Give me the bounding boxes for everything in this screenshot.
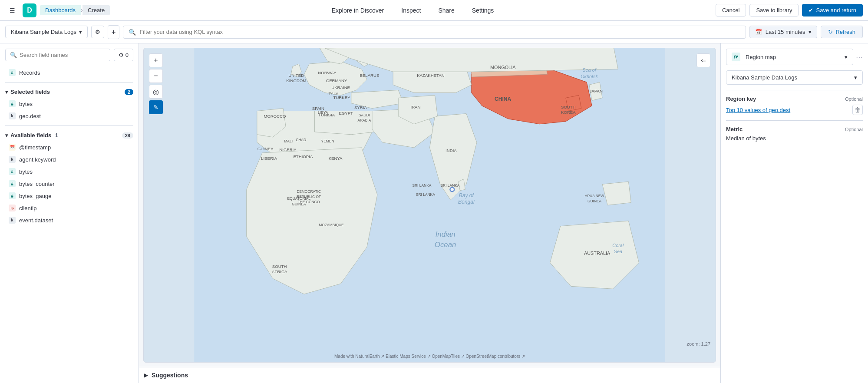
records-field[interactable]: # Records [5, 66, 133, 79]
clientip-type-badge: ip [9, 205, 16, 211]
svg-text:DEMOCRATIC: DEMOCRATIC [297, 189, 321, 194]
zoom-out-button[interactable]: − [149, 69, 163, 83]
svg-text:KAZAKHSTAN: KAZAKHSTAN [417, 73, 445, 78]
svg-text:Bay of: Bay of [459, 192, 475, 198]
settings-link[interactable]: Settings [469, 5, 498, 16]
suggestions-bar[interactable]: ▶ Suggestions [139, 367, 720, 383]
chevron-down-icon: ▾ [809, 29, 812, 35]
save-and-return-button[interactable]: ✔ Save and return [802, 4, 863, 17]
svg-text:Okhotsk: Okhotsk [581, 74, 598, 79]
metric-optional: Optional [845, 127, 863, 132]
suggestions-chevron-icon: ▶ [144, 372, 148, 378]
zoom-in-button[interactable]: + [149, 53, 163, 67]
agent-keyword-type-badge: k [9, 156, 16, 163]
svg-text:MOROCCO: MOROCCO [264, 114, 286, 119]
available-field-timestamp[interactable]: 📅 @timestamp [5, 141, 133, 153]
datasource-selector[interactable]: Kibana Sample Data Logs ▾ [726, 70, 863, 85]
map-controls: + − ◎ [149, 53, 163, 99]
selected-field-geodest[interactable]: k geo.dest [5, 110, 133, 122]
map-wrapper[interactable]: Indian Ocean Bay of Bengal Coral Sea Sea… [143, 48, 716, 363]
search-row: 🔍 ⚙ 0 [5, 49, 133, 61]
available-field-clientip[interactable]: ip clientip [5, 202, 133, 214]
selected-fields-header[interactable]: ▾ Selected fields 2 [5, 86, 133, 98]
svg-text:Coral: Coral [612, 243, 624, 248]
map-back-button[interactable]: ⇐ [696, 53, 710, 67]
kql-filter-input[interactable] [139, 29, 740, 35]
bytes-type-badge: # [9, 100, 16, 107]
region-key-delete-button[interactable]: 🗑 [852, 105, 863, 115]
chevron-down-icon: ▾ [5, 132, 8, 139]
share-link[interactable]: Share [435, 5, 458, 16]
svg-text:MONGOLIA: MONGOLIA [490, 65, 516, 70]
field-filter-button[interactable]: ⚙ 0 [114, 49, 133, 61]
svg-text:SOUTH: SOUTH [272, 264, 287, 269]
filter-icon: ⚙ [119, 52, 124, 58]
svg-text:EGYPT: EGYPT [339, 111, 353, 116]
selected-field-bytes[interactable]: # bytes [5, 98, 133, 110]
locate-button[interactable]: ◎ [149, 85, 163, 99]
region-key-optional: Optional [845, 96, 863, 102]
geodest-field-label: geo.dest [19, 113, 41, 119]
refresh-button[interactable]: ↻ Refresh [821, 26, 863, 38]
cancel-button[interactable]: Cancel [716, 4, 746, 17]
map-svg: Indian Ocean Bay of Bengal Coral Sea Sea… [144, 48, 716, 362]
available-field-bytes[interactable]: # bytes [5, 165, 133, 178]
refresh-label: Refresh [835, 29, 855, 35]
bytes-counter-field-label: bytes_counter [19, 181, 55, 187]
svg-text:UKRAINE: UKRAINE [331, 85, 350, 90]
svg-text:KENYA: KENYA [329, 156, 343, 161]
viz-type-icon: 🗺 [732, 53, 740, 61]
time-picker[interactable]: 📅 Last 15 minutes ▾ [749, 26, 818, 38]
svg-text:MOZAMBIQUE: MOZAMBIQUE [319, 223, 344, 227]
svg-text:ITALY: ITALY [327, 91, 339, 96]
available-field-agent-keyword[interactable]: k agent.keyword [5, 153, 133, 165]
svg-text:UNITED: UNITED [288, 73, 304, 78]
edit-map-button[interactable]: ✎ [149, 100, 163, 114]
field-search-input[interactable] [20, 52, 106, 58]
available-field-event-dataset[interactable]: k event.dataset [5, 214, 133, 226]
timestamp-type-badge: 📅 [9, 144, 16, 151]
metric-value-row: Median of bytes [726, 135, 863, 142]
bytes-counter-type-badge: # [9, 180, 16, 187]
explore-in-discover-link[interactable]: Explore in Discover [328, 5, 388, 16]
available-field-bytes-gauge[interactable]: # bytes_gauge [5, 190, 133, 202]
field-search-wrapper[interactable]: 🔍 [5, 49, 110, 61]
svg-text:CHINA: CHINA [495, 96, 511, 102]
datasource-label: Kibana Sample Data Logs [732, 74, 797, 81]
svg-text:SOUTH: SOUTH [561, 105, 576, 109]
svg-text:SRI LANKA: SRI LANKA [412, 183, 431, 188]
svg-text:KINGDOM: KINGDOM [286, 78, 306, 83]
svg-text:AUSTRALIA: AUSTRALIA [584, 251, 611, 256]
inspect-link[interactable]: Inspect [398, 5, 424, 16]
filter-icon-button[interactable]: ⚙ [91, 26, 104, 38]
svg-text:GUINEA: GUINEA [257, 146, 274, 151]
chevron-down-icon: ▾ [79, 29, 82, 35]
svg-text:KOREA: KOREA [561, 110, 576, 115]
selected-fields-label: Selected fields [10, 89, 50, 95]
available-fields-header[interactable]: ▾ Available fields ℹ 28 [5, 129, 133, 141]
visualization-type-selector[interactable]: 🗺 Region map ▾ [726, 49, 853, 65]
event-dataset-type-badge: k [9, 217, 16, 224]
add-filter-button[interactable]: + [108, 25, 119, 39]
breadcrumb-create: Create [83, 5, 110, 15]
chevron-down-icon: ▾ [854, 74, 857, 81]
save-to-library-button[interactable]: Save to library [749, 4, 799, 17]
kql-filter-input-wrapper[interactable]: 🔍 [123, 26, 746, 39]
suggestions-label: Suggestions [152, 372, 188, 379]
breadcrumb-dashboards[interactable]: Dashboards [40, 5, 81, 15]
available-field-bytes-counter[interactable]: # bytes_counter [5, 178, 133, 190]
data-source-selector[interactable]: Kibana Sample Data Logs ▾ [5, 26, 88, 38]
region-key-value[interactable]: Top 10 values of geo.dest [726, 107, 790, 113]
svg-text:Ocean: Ocean [435, 241, 456, 249]
visualization-type-label: Region map [746, 54, 776, 60]
svg-text:ARABIA: ARABIA [357, 118, 371, 122]
svg-text:IRAN: IRAN [410, 105, 420, 109]
app-logo: D [23, 3, 36, 17]
svg-text:LIBYA: LIBYA [318, 110, 328, 115]
more-options-button[interactable]: ⋯ [856, 53, 863, 61]
svg-text:GUINEA: GUINEA [587, 199, 602, 203]
svg-text:Bengal: Bengal [458, 199, 475, 205]
map-attribution: Made with NaturalEarth ↗ Elastic Maps Se… [334, 354, 525, 359]
filter-count: 0 [125, 52, 129, 58]
hamburger-menu[interactable]: ☰ [5, 3, 19, 17]
